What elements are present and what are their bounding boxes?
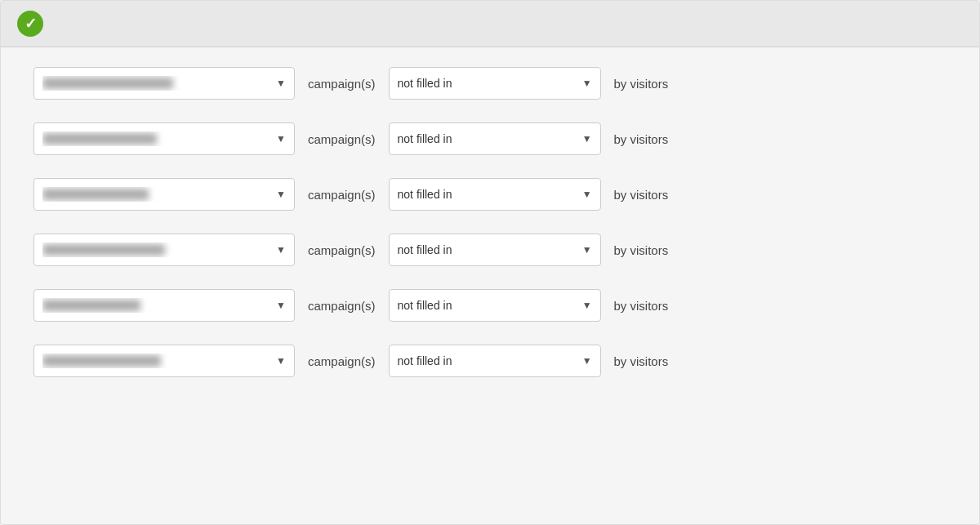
dropdown-arrow-icon: ▼ — [276, 244, 286, 256]
campaign-blurred-text: xxxxxxxxxxxxxxxxxxxx — [42, 131, 270, 146]
status-select-6[interactable]: not filled in▼ — [389, 345, 601, 377]
campaign-row: xxxxxxxxxxxxxxxxxxxx▼campaign(s)not fill… — [33, 222, 947, 278]
campaigns-label: campaign(s) — [308, 243, 376, 257]
dropdown-arrow-icon: ▼ — [582, 78, 592, 89]
status-select-4[interactable]: not filled in▼ — [389, 234, 601, 266]
status-value: not filled in — [398, 243, 452, 256]
campaigns-label: campaign(s) — [308, 299, 376, 313]
dropdown-arrow-icon: ▼ — [276, 78, 286, 89]
dropdown-arrow-icon: ▼ — [276, 189, 286, 200]
status-value: not filled in — [398, 188, 452, 201]
campaign-row: xxxxxxxxxxxxxxxxxxxx▼campaign(s)not fill… — [33, 56, 947, 111]
by-visitors-label: by visitors — [614, 77, 669, 91]
campaign-row: xxxxxxxxxxxxxxxxxxxx▼campaign(s)not fill… — [33, 333, 947, 389]
campaign-blurred-text: xxxxxxxxxxxxxxxxxxxx — [42, 242, 270, 257]
campaigns-label: campaign(s) — [308, 354, 376, 368]
dropdown-arrow-icon: ▼ — [582, 133, 592, 145]
campaign-select-2[interactable]: xxxxxxxxxxxxxxxxxxxx▼ — [33, 122, 295, 155]
campaign-select-4[interactable]: xxxxxxxxxxxxxxxxxxxx▼ — [33, 234, 295, 266]
dropdown-arrow-icon: ▼ — [276, 300, 286, 311]
campaign-select-5[interactable]: xxxxxxxxxxxxxxxxxxxx▼ — [33, 289, 295, 322]
campaigns-label: campaign(s) — [308, 132, 376, 146]
status-select-5[interactable]: not filled in▼ — [389, 289, 601, 322]
status-select-2[interactable]: not filled in▼ — [389, 122, 601, 155]
status-value: not filled in — [398, 132, 452, 145]
by-visitors-label: by visitors — [614, 188, 669, 202]
main-container: xxxxxxxxxxxxxxxxxxxx▼campaign(s)not fill… — [0, 0, 980, 525]
dropdown-arrow-icon: ▼ — [582, 355, 592, 367]
campaigns-label: campaign(s) — [308, 188, 376, 202]
campaign-select-1[interactable]: xxxxxxxxxxxxxxxxxxxx▼ — [33, 67, 295, 100]
campaign-blurred-text: xxxxxxxxxxxxxxxxxxxx — [42, 76, 270, 91]
dropdown-arrow-icon: ▼ — [276, 133, 286, 145]
status-value: not filled in — [398, 77, 452, 90]
dropdown-arrow-icon: ▼ — [582, 300, 592, 311]
campaign-select-6[interactable]: xxxxxxxxxxxxxxxxxxxx▼ — [33, 345, 295, 377]
by-visitors-label: by visitors — [614, 243, 669, 257]
campaign-row: xxxxxxxxxxxxxxxxxxxx▼campaign(s)not fill… — [33, 278, 947, 333]
status-select-1[interactable]: not filled in▼ — [389, 67, 601, 100]
by-visitors-label: by visitors — [614, 299, 669, 313]
rows-area: xxxxxxxxxxxxxxxxxxxx▼campaign(s)not fill… — [1, 47, 979, 405]
campaign-blurred-text: xxxxxxxxxxxxxxxxxxxx — [42, 354, 270, 368]
campaign-row: xxxxxxxxxxxxxxxxxxxx▼campaign(s)not fill… — [33, 167, 947, 222]
campaign-row: xxxxxxxxxxxxxxxxxxxx▼campaign(s)not fill… — [33, 111, 947, 167]
dropdown-arrow-icon: ▼ — [276, 355, 286, 367]
campaigns-label: campaign(s) — [308, 77, 376, 91]
status-value: not filled in — [398, 354, 452, 367]
by-visitors-label: by visitors — [614, 354, 669, 368]
dropdown-arrow-icon: ▼ — [582, 189, 592, 200]
check-icon — [17, 11, 43, 37]
dropdown-arrow-icon: ▼ — [582, 244, 592, 256]
status-select-3[interactable]: not filled in▼ — [389, 178, 601, 211]
campaign-blurred-text: xxxxxxxxxxxxxxxxxxxx — [42, 298, 270, 313]
status-value: not filled in — [398, 299, 452, 312]
campaign-select-3[interactable]: xxxxxxxxxxxxxxxxxxxx▼ — [33, 178, 295, 211]
header-banner — [1, 1, 979, 47]
by-visitors-label: by visitors — [614, 132, 669, 146]
campaign-blurred-text: xxxxxxxxxxxxxxxxxxxx — [42, 187, 270, 202]
